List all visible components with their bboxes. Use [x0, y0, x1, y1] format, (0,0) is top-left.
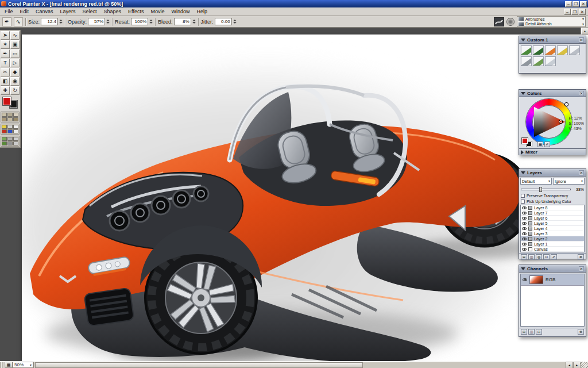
zoom-level[interactable]: 50% ▾	[13, 362, 33, 368]
channel-options-icon[interactable]: ⊡	[536, 329, 542, 335]
doc-minimize-button[interactable]: –	[564, 9, 571, 15]
hue-marker[interactable]	[565, 103, 568, 106]
menu-layers[interactable]: Layers	[57, 8, 79, 15]
brush-preset-6[interactable]	[521, 56, 532, 66]
tool-dropper[interactable]: ◆	[10, 68, 20, 76]
custom-palette-header[interactable]: Custom 1 ✕	[519, 36, 586, 44]
maximize-button[interactable]: ❐	[572, 1, 579, 7]
statusbar-grip[interactable]	[0, 362, 5, 368]
dynamic-plugins-icon[interactable]: ◍	[536, 254, 542, 260]
gradient-swatch[interactable]	[13, 129, 18, 133]
tool-pen[interactable]: ✒	[1, 49, 10, 58]
colors-palette-header[interactable]: Colors ✕	[519, 90, 586, 97]
brush-selector[interactable]: Airbrushes ▾ Detail Airbrush ▾	[517, 16, 586, 27]
main-color-swatch[interactable]	[3, 97, 11, 105]
page-view-icon[interactable]: ▦	[5, 362, 13, 368]
sv-marker[interactable]	[559, 120, 562, 123]
paper-swatch[interactable]	[2, 113, 7, 117]
layer-row-selected[interactable]: Layer 2	[521, 236, 584, 241]
visibility-eye-icon[interactable]	[522, 206, 527, 209]
visibility-eye-icon[interactable]	[522, 248, 527, 251]
gradient-swatch[interactable]	[13, 125, 18, 129]
tool-adjuster[interactable]: ➤	[1, 31, 10, 40]
gradient-swatch[interactable]	[2, 129, 7, 133]
tool-grabber[interactable]: ✚	[1, 86, 10, 95]
pickup-underlying-checkbox[interactable]	[521, 200, 525, 204]
tool-magic-wand[interactable]: ✶	[1, 40, 10, 49]
bleed-stepper[interactable]	[192, 20, 196, 24]
freehand-stroke-icon[interactable]: ∿	[14, 17, 23, 26]
menu-shapes[interactable]: Shapes	[100, 8, 125, 15]
collapse-icon[interactable]	[521, 171, 525, 174]
size-input[interactable]: 12.4	[41, 18, 58, 25]
menu-movie[interactable]: Movie	[147, 8, 168, 15]
close-icon[interactable]: ✕	[579, 37, 584, 43]
visibility-eye-icon[interactable]	[522, 243, 527, 246]
stroke-preview-icon[interactable]	[494, 17, 504, 26]
channel-row-rgb[interactable]: RGB	[521, 274, 584, 286]
horizontal-scrollbar[interactable]: ◂ ▸	[33, 362, 581, 368]
tool-crop[interactable]: ▣	[10, 40, 20, 49]
brush-tool-icon[interactable]: ✒	[2, 17, 11, 26]
pattern-selector[interactable]	[1, 136, 20, 147]
swatch-grid-icon[interactable]: ▦	[537, 141, 543, 147]
visibility-eye-icon[interactable]	[523, 278, 527, 281]
close-icon[interactable]: ✕	[579, 170, 584, 175]
pattern-swatch[interactable]	[13, 141, 18, 145]
brush-variant-row[interactable]: Detail Airbrush ▾	[517, 22, 585, 27]
paper-swatch[interactable]	[7, 117, 13, 121]
layer-commands-icon[interactable]: ⊡	[543, 254, 550, 260]
tool-lasso[interactable]: ∿	[10, 31, 20, 40]
tool-rotate-page[interactable]: ↻	[10, 86, 20, 95]
visibility-eye-icon[interactable]	[522, 237, 527, 240]
scroll-right-icon[interactable]: ▸	[573, 362, 581, 368]
menu-edit[interactable]: Edit	[17, 8, 33, 15]
opacity-slider-thumb[interactable]	[539, 187, 542, 192]
jitter-stepper[interactable]	[233, 20, 237, 24]
brush-preset-8[interactable]	[545, 56, 556, 66]
layer-adjuster-icon[interactable]: ✐	[551, 254, 557, 260]
brush-preset-1[interactable]	[521, 45, 532, 55]
tool-scissors[interactable]: ✂	[1, 68, 10, 76]
layer-row[interactable]: Layer 6	[521, 216, 584, 221]
visibility-eye-icon[interactable]	[522, 212, 527, 214]
tool-rectangle-shape[interactable]: ▭	[10, 49, 20, 58]
opacity-input[interactable]: 57%	[88, 18, 105, 25]
layer-row[interactable]: Layer 7	[521, 210, 584, 216]
bleed-input[interactable]: 8%	[174, 18, 191, 25]
paper-swatch[interactable]	[13, 113, 18, 117]
layer-row[interactable]: Layer 1	[521, 241, 584, 247]
new-layer-icon[interactable]: ⊞	[521, 254, 527, 260]
main-color-swatch[interactable]	[522, 138, 528, 144]
tool-paint-bucket[interactable]: ◧	[1, 77, 10, 86]
collapse-icon[interactable]	[521, 267, 525, 270]
paper-swatch[interactable]	[7, 113, 13, 117]
gradient-selector[interactable]	[1, 124, 20, 135]
pattern-swatch[interactable]	[7, 141, 13, 145]
collapse-icon[interactable]	[521, 92, 525, 95]
brush-preset-7[interactable]	[533, 56, 544, 66]
expand-icon[interactable]	[521, 150, 524, 155]
menu-file[interactable]: File	[1, 8, 17, 15]
brush-ghost-icon[interactable]	[506, 18, 514, 26]
menu-window[interactable]: Window	[168, 8, 193, 15]
close-icon[interactable]: ✕	[579, 91, 584, 96]
scroll-up-icon[interactable]: ▴	[581, 28, 588, 34]
visibility-eye-icon[interactable]	[522, 217, 527, 220]
close-button[interactable]: ✕	[580, 1, 587, 7]
visibility-eye-icon[interactable]	[522, 232, 527, 235]
preserve-transparency-checkbox[interactable]	[521, 194, 525, 198]
titlebar[interactable]: Corel Painter X - [final rendering red.t…	[0, 0, 588, 7]
horizontal-scroll-thumb[interactable]	[35, 362, 363, 368]
layer-row[interactable]: Layer 5	[521, 221, 584, 226]
new-channel-icon[interactable]: ⊞	[521, 329, 527, 335]
tool-magnifier[interactable]: ◉	[10, 77, 20, 86]
canvas-document[interactable]	[22, 34, 588, 361]
mixer-bar[interactable]: Mixer	[519, 148, 586, 155]
tool-shape-selection[interactable]: ▷	[10, 59, 20, 67]
menu-canvas[interactable]: Canvas	[32, 8, 57, 15]
tool-text[interactable]: T	[1, 59, 10, 67]
layer-row[interactable]: Layer 8	[521, 205, 584, 210]
size-stepper[interactable]	[59, 20, 63, 24]
pattern-swatch[interactable]	[13, 137, 18, 141]
